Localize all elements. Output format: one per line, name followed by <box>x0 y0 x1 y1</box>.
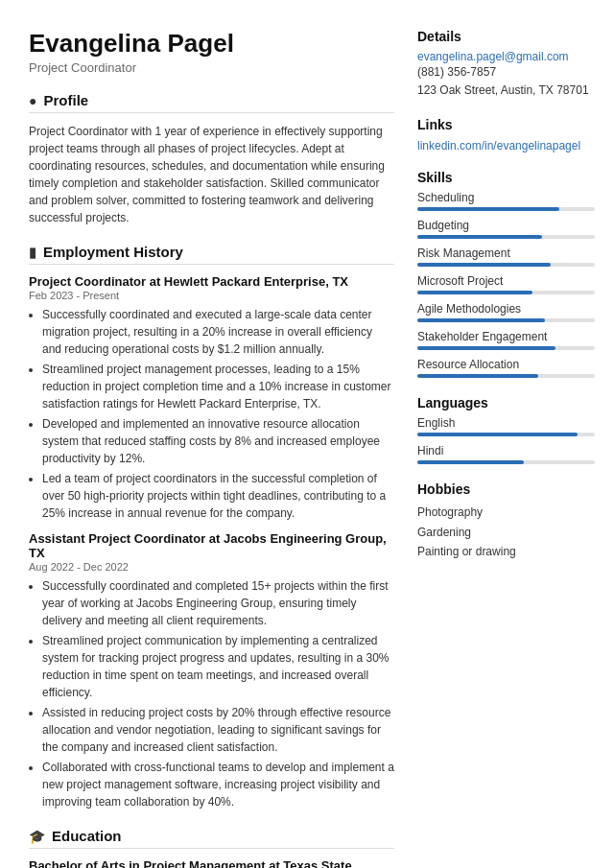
list-item: Assisted in reducing project costs by 20… <box>42 704 394 756</box>
skill-item: Risk Management <box>417 246 595 267</box>
skill-item: Budgeting <box>417 219 595 239</box>
email-link[interactable]: evangelina.pagel@gmail.com <box>417 50 595 63</box>
job-1-title: Project Coordinator at Hewlett Packard E… <box>29 274 394 289</box>
hobby-item: Painting or drawing <box>417 542 595 561</box>
job-1: Project Coordinator at Hewlett Packard E… <box>29 274 394 522</box>
hobby-item: Photography <box>417 503 595 522</box>
skill-label: Stakeholder Engagement <box>417 330 595 343</box>
list-item: Streamlined project communication by imp… <box>42 632 394 701</box>
skill-bar-fill <box>417 318 545 322</box>
job-2: Assistant Project Coordinator at Jacobs … <box>29 531 394 810</box>
skill-bar-bg <box>417 318 595 322</box>
skill-label: Budgeting <box>417 219 595 232</box>
skill-bar-fill <box>417 207 559 211</box>
address-text: 123 Oak Street, Austin, TX 78701 <box>417 82 595 100</box>
list-item: Collaborated with cross-functional teams… <box>42 759 394 810</box>
list-item: Successfully coordinated and executed a … <box>42 306 394 358</box>
skill-item: Scheduling <box>417 191 595 211</box>
skill-bar-bg <box>417 207 595 211</box>
skill-label: Scheduling <box>417 191 595 204</box>
education-icon: 🎓 <box>29 829 45 844</box>
skills-title: Skills <box>417 170 595 185</box>
list-item: Streamlined project management processes… <box>42 361 394 412</box>
header-name: Evangelina Pagel <box>29 29 394 59</box>
linkedin-link[interactable]: linkedin.com/in/evangelinapagel <box>417 139 580 152</box>
list-item: Successfully coordinated and completed 1… <box>42 577 394 629</box>
links-title: Links <box>417 117 595 132</box>
hobby-item: Gardening <box>417 523 595 542</box>
profile-icon: ● <box>29 93 36 108</box>
header-title: Project Coordinator <box>29 60 394 75</box>
language-label: Hindi <box>417 444 595 457</box>
languages-title: Languages <box>417 395 595 411</box>
skill-label: Resource Allocation <box>417 358 595 371</box>
skill-label: Agile Methodologies <box>417 302 595 316</box>
skill-bar-bg <box>417 291 595 294</box>
skill-bar-bg <box>417 263 595 267</box>
skill-item: Microsoft Project <box>417 274 595 294</box>
list-item: Developed and implemented an innovative … <box>42 415 394 467</box>
skill-bar-fill <box>417 263 551 267</box>
language-bar-fill <box>417 433 578 436</box>
hobbies-container: PhotographyGardeningPainting or drawing <box>417 503 595 561</box>
employment-section-title: ▮ Employment History <box>29 244 394 265</box>
skill-bar-bg <box>417 235 595 239</box>
employment-icon: ▮ <box>29 245 36 260</box>
skill-item: Resource Allocation <box>417 358 595 378</box>
edu-1: Bachelor of Arts in Project Management a… <box>29 858 394 868</box>
skill-bar-fill <box>417 235 542 239</box>
profile-section-title: ● Profile <box>29 92 394 113</box>
job-2-dates: Aug 2022 - Dec 2022 <box>29 561 394 573</box>
language-label: English <box>417 416 595 430</box>
hobbies-title: Hobbies <box>417 481 595 497</box>
language-item: English <box>417 416 595 436</box>
skill-bar-fill <box>417 346 555 350</box>
job-2-title: Assistant Project Coordinator at Jacobs … <box>29 531 394 560</box>
phone-text: (881) 356-7857 <box>417 63 595 82</box>
skill-bar-fill <box>417 374 538 378</box>
skill-item: Agile Methodologies <box>417 302 595 322</box>
edu-1-degree: Bachelor of Arts in Project Management a… <box>29 858 394 868</box>
education-section-title: 🎓 Education <box>29 828 394 849</box>
languages-container: English Hindi <box>417 416 595 464</box>
skill-item: Stakeholder Engagement <box>417 330 595 350</box>
skill-label: Risk Management <box>417 246 595 260</box>
language-bar-fill <box>417 460 524 464</box>
list-item: Led a team of project coordinators in th… <box>42 470 394 522</box>
job-1-bullets: Successfully coordinated and executed a … <box>42 306 394 522</box>
skills-container: Scheduling Budgeting Risk Management Mic… <box>417 191 595 378</box>
details-title: Details <box>417 29 595 44</box>
language-bar-bg <box>417 460 595 464</box>
skill-label: Microsoft Project <box>417 274 595 288</box>
language-bar-bg <box>417 433 595 436</box>
skill-bar-fill <box>417 291 532 294</box>
job-1-dates: Feb 2023 - Present <box>29 290 394 301</box>
skill-bar-bg <box>417 374 595 378</box>
skill-bar-bg <box>417 346 595 350</box>
language-item: Hindi <box>417 444 595 464</box>
profile-text: Project Coordinator with 1 year of exper… <box>29 123 394 226</box>
job-2-bullets: Successfully coordinated and completed 1… <box>42 577 394 810</box>
